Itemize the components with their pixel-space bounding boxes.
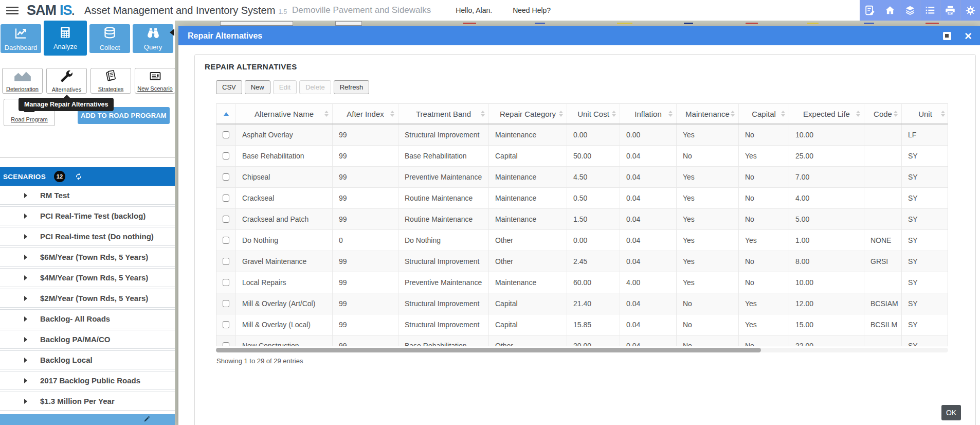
maximize-icon[interactable] bbox=[943, 32, 951, 40]
column-label: Inflation bbox=[634, 110, 662, 118]
scenario-item[interactable]: $1.3 Million Per Year bbox=[0, 392, 175, 411]
close-icon[interactable]: × bbox=[965, 30, 972, 42]
tool-alternatives[interactable]: Alternatives bbox=[46, 68, 87, 94]
table-row[interactable]: Base Rehabilitation99Base Rehabilitation… bbox=[216, 146, 948, 167]
csv-button[interactable]: CSV bbox=[216, 80, 242, 94]
home-icon[interactable] bbox=[880, 0, 900, 21]
column-header-code[interactable]: Code bbox=[864, 104, 902, 123]
scrollbar-thumb[interactable] bbox=[216, 348, 761, 352]
ok-button[interactable]: OK bbox=[941, 405, 961, 420]
column-header-treatment-band[interactable]: Treatment Band bbox=[398, 104, 489, 123]
table-cell: Yes bbox=[677, 209, 739, 229]
notes-icon[interactable] bbox=[860, 0, 880, 21]
column-header-expected-life[interactable]: Expected Life bbox=[789, 104, 864, 123]
table-row[interactable]: Asphalt Overlay99Structural ImprovementM… bbox=[216, 125, 948, 146]
scenario-item[interactable]: 2017 Backlog Public Roads bbox=[0, 371, 175, 390]
tool-new-scenario[interactable]: New Scenario bbox=[135, 68, 175, 94]
row-checkbox[interactable] bbox=[223, 216, 229, 223]
column-header-alternative-name[interactable]: Alternative Name bbox=[236, 104, 333, 123]
column-header-capital[interactable]: Capital bbox=[739, 104, 789, 123]
new-button[interactable]: New bbox=[245, 80, 270, 94]
scenario-item[interactable]: $2M/Year (Town Rds, 5 Years) bbox=[0, 289, 175, 308]
tool-strategies[interactable]: Strategies bbox=[90, 68, 131, 94]
table-header-row: Alternative NameAfter IndexTreatment Ban… bbox=[216, 104, 948, 125]
table-row[interactable]: Local Repairs99Preventive MaintenanceMai… bbox=[216, 272, 948, 293]
tab-collect[interactable]: Collect bbox=[89, 24, 130, 53]
table-row[interactable]: New Construction99Base RehabilitationOth… bbox=[216, 335, 948, 346]
table-cell: Maintenance bbox=[489, 125, 567, 145]
row-checkbox[interactable] bbox=[223, 131, 229, 138]
user-greeting: Hello, Alan. bbox=[456, 6, 492, 14]
scenario-item[interactable]: Backlog- All Roads bbox=[0, 309, 175, 328]
scenario-item[interactable]: $6M/Year (Town Rds, 5 Years) bbox=[0, 247, 175, 267]
refresh-button[interactable]: Refresh bbox=[334, 80, 370, 94]
pencil-icon[interactable] bbox=[143, 415, 150, 424]
row-checkbox[interactable] bbox=[223, 237, 229, 244]
table-cell: SY bbox=[902, 293, 948, 314]
table-cell: SY bbox=[902, 209, 948, 229]
gear-icon[interactable] bbox=[960, 0, 980, 21]
sort-up-icon bbox=[781, 111, 785, 113]
layers-icon[interactable] bbox=[900, 0, 920, 21]
table-row[interactable]: Mill & Overlay (Art/Col)99Structural Imp… bbox=[216, 293, 948, 314]
table-row[interactable]: Chipseal99Preventive MaintenanceMaintena… bbox=[216, 167, 948, 188]
row-checkbox[interactable] bbox=[223, 152, 229, 160]
column-header-after-index[interactable]: After Index bbox=[333, 104, 398, 123]
column-label: Unit bbox=[918, 110, 932, 118]
tab-query[interactable]: Query bbox=[133, 24, 173, 53]
sort-down-icon bbox=[856, 114, 860, 117]
table-cell bbox=[864, 209, 902, 229]
table-row[interactable]: Crackseal99Routine MaintenanceMaintenanc… bbox=[216, 188, 948, 209]
row-select-cell bbox=[216, 293, 236, 314]
road-program-label: Road Program bbox=[11, 116, 48, 122]
collapse-sidebar-arrow-icon[interactable] bbox=[170, 29, 174, 36]
row-checkbox[interactable] bbox=[223, 258, 229, 265]
book-icon bbox=[105, 69, 117, 85]
row-checkbox[interactable] bbox=[223, 173, 229, 181]
scenario-item[interactable]: Backlog PA/MA/CO bbox=[0, 330, 175, 349]
table-cell bbox=[864, 125, 902, 145]
top-header: SAM IS . Asset Management and Inventory … bbox=[0, 0, 980, 21]
table-cell: Yes bbox=[677, 167, 739, 187]
scenario-label: PCI Real-time test (Do nothing) bbox=[40, 232, 154, 241]
row-checkbox[interactable] bbox=[223, 321, 229, 328]
scenario-label: Backlog Local bbox=[40, 356, 93, 364]
row-checkbox[interactable] bbox=[223, 342, 229, 346]
scenarios-count-badge: 12 bbox=[54, 171, 65, 182]
table-cell: Maintenance bbox=[489, 209, 567, 229]
scenario-item[interactable]: PCI Real-time test (Do nothing) bbox=[0, 227, 175, 246]
refresh-scenarios-icon[interactable] bbox=[75, 172, 83, 181]
column-header-repair-category[interactable]: Repair Category bbox=[489, 104, 567, 123]
table-cell: 10.00 bbox=[789, 125, 864, 145]
need-help-link[interactable]: Need Help? bbox=[513, 6, 551, 14]
table-cell: Mill & Overlay (Art/Col) bbox=[236, 293, 333, 314]
column-header-maintenance[interactable]: Maintenance bbox=[677, 104, 739, 123]
table-row[interactable]: Crackseal and Patch99Routine Maintenance… bbox=[216, 209, 948, 230]
scenario-item[interactable]: Backlog Local bbox=[0, 350, 175, 369]
tool-deterioration[interactable]: Deterioration bbox=[2, 68, 43, 94]
scenario-item[interactable]: $4M/Year (Town Rds, 5 Years) bbox=[0, 268, 175, 287]
sort-icons bbox=[559, 111, 563, 117]
print-icon[interactable] bbox=[940, 0, 960, 21]
column-header-unit-cost[interactable]: Unit Cost bbox=[567, 104, 620, 123]
row-checkbox[interactable] bbox=[223, 300, 229, 307]
table-row[interactable]: Mill & Overlay (Local)99Structural Impro… bbox=[216, 314, 948, 335]
row-checkbox[interactable] bbox=[223, 194, 229, 202]
table-cell: Base Rehabilitation bbox=[398, 146, 489, 166]
tab-dashboard[interactable]: Dashboard bbox=[1, 24, 41, 53]
table-row[interactable]: Gravel Maintenance99Structural Improveme… bbox=[216, 251, 948, 272]
scenario-item[interactable]: RM Test bbox=[0, 186, 175, 205]
modal-titlebar[interactable]: Repair Alternatives × bbox=[178, 26, 980, 45]
horizontal-scrollbar[interactable] bbox=[216, 348, 948, 352]
table-cell: Maintenance bbox=[489, 188, 567, 208]
list-icon[interactable] bbox=[920, 0, 940, 21]
tab-analyze[interactable]: Analyze bbox=[44, 21, 87, 56]
menu-icon[interactable] bbox=[6, 5, 19, 16]
table-row[interactable]: Do Nothing0Do NothingOther0.000.04YesYes… bbox=[216, 230, 948, 251]
scenario-item[interactable]: PCI Real-Time Test (backlog) bbox=[0, 206, 175, 225]
row-checkbox[interactable] bbox=[223, 279, 229, 286]
select-all-header[interactable] bbox=[216, 104, 236, 123]
column-header-inflation[interactable]: Inflation bbox=[620, 104, 677, 123]
column-header-unit[interactable]: Unit bbox=[902, 104, 948, 123]
sidebar-top-panel: DashboardAnalyzeCollectQuery Deteriorati… bbox=[0, 21, 175, 158]
